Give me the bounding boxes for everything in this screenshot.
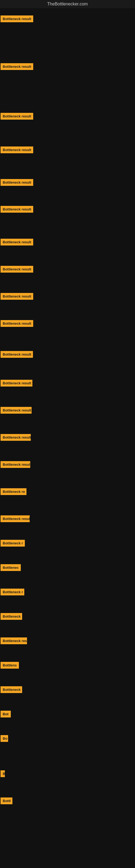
bottleneck-item: Bottleneck result bbox=[1, 113, 33, 120]
bottleneck-item: Bottleneck result bbox=[1, 380, 32, 386]
bottleneck-item: Bottleneck result bbox=[1, 16, 33, 22]
bottleneck-item: Bottleneck re bbox=[1, 488, 27, 495]
bottleneck-item: Bottleneck result bbox=[1, 63, 33, 70]
bottleneck-item: Bottleneck result bbox=[1, 293, 33, 300]
bottleneck-item: Bottleneck r bbox=[1, 540, 25, 547]
bottleneck-item: Bottlens bbox=[1, 662, 19, 669]
bottleneck-item: Bottleneck result bbox=[1, 434, 31, 441]
bottleneck-item: Bottleneck result bbox=[1, 147, 33, 153]
bottleneck-item: Bottleneck result bbox=[1, 407, 32, 414]
bottleneck-item: Bottleneck res bbox=[1, 638, 27, 644]
bottleneck-item: Bottleneck result bbox=[1, 351, 33, 358]
bottleneck-item: Bottleneck bbox=[1, 686, 22, 693]
bottleneck-item: Bottleneck result bbox=[1, 239, 33, 246]
bottleneck-item: Bottleneck result bbox=[1, 461, 30, 468]
bottleneck-item: Bot bbox=[1, 711, 11, 717]
bottleneck-item: Bottleneck result bbox=[1, 179, 33, 186]
bottleneck-item: Bottleneck result bbox=[1, 206, 33, 213]
bottleneck-item: Bottleneck result bbox=[1, 516, 30, 522]
bottleneck-item: Bottleneck bbox=[1, 613, 22, 620]
bottleneck-item: Bottleneck r bbox=[1, 589, 24, 595]
bottleneck-item: Bo bbox=[1, 735, 8, 742]
bottleneck-item: Bottleneck result bbox=[1, 320, 33, 327]
bottleneck-item: Bottleneck result bbox=[1, 266, 33, 273]
site-title: TheBottlenecker.com bbox=[0, 0, 135, 8]
bottleneck-item: Bottl bbox=[1, 798, 12, 804]
bottleneck-item: B bbox=[1, 770, 5, 777]
bottleneck-item: Bottlenec bbox=[1, 564, 21, 571]
